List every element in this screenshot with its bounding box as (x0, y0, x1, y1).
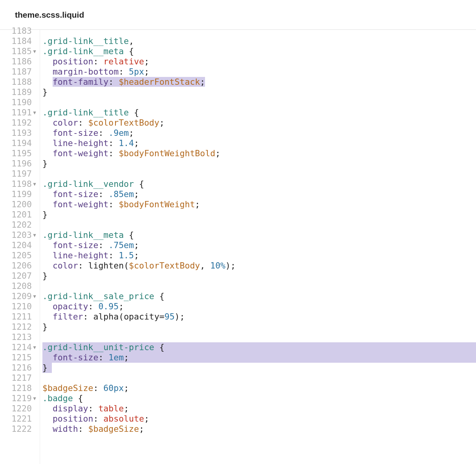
line-number: 1184 (0, 36, 37, 46)
code-token: font-weight (53, 199, 108, 209)
code-token: { (124, 230, 134, 240)
line-number: 1211 (0, 312, 37, 322)
code-line[interactable]: font-weight: $bodyFontWeightBold; (42, 148, 476, 159)
line-number: 1206 (0, 261, 37, 271)
fold-arrow-icon[interactable]: ▼ (32, 393, 37, 404)
code-token: $headerFontStack (119, 77, 200, 87)
code-line[interactable]: .grid-link__title, (42, 36, 476, 46)
code-line[interactable]: opacity: 0.95; (42, 301, 476, 312)
code-token: : (98, 128, 108, 138)
code-line[interactable]: font-size: .85em; (42, 189, 476, 199)
code-token: : (119, 67, 129, 77)
line-number: 1205 (0, 250, 37, 261)
code-line[interactable]: position: relative; (42, 57, 476, 67)
code-line[interactable]: .grid-link__meta { (42, 230, 476, 240)
code-line[interactable] (42, 97, 476, 108)
code-line[interactable] (42, 220, 476, 230)
line-number-gutter: 118311841185▼118611871188118911901191▼11… (0, 30, 40, 464)
code-token: : (88, 301, 99, 311)
code-token: { (134, 179, 144, 189)
code-line[interactable]: } (42, 322, 476, 332)
fold-arrow-icon[interactable]: ▼ (32, 342, 37, 353)
code-line[interactable]: filter: alpha(opacity=95); (42, 312, 476, 322)
code-token: opacity (124, 312, 159, 322)
fold-arrow-icon[interactable]: ▼ (32, 108, 37, 118)
line-number: 1195 (0, 148, 37, 159)
code-line[interactable]: } (42, 159, 476, 169)
code-line[interactable]: } (42, 363, 476, 373)
fold-arrow-icon[interactable]: ▼ (32, 230, 37, 240)
code-token (42, 77, 53, 87)
code-line[interactable]: .grid-link__meta { (42, 46, 476, 57)
line-number: 1190 (0, 97, 37, 108)
code-line[interactable]: font-size: .9em; (42, 128, 476, 138)
code-line[interactable]: } (42, 87, 476, 97)
file-tab[interactable]: theme.scss.liquid (0, 0, 99, 29)
code-token: } (42, 87, 48, 97)
code-line[interactable]: color: lighten($colorTextBody, 10%); (42, 261, 476, 271)
code-line[interactable]: display: table; (42, 404, 476, 414)
code-line[interactable] (42, 26, 476, 36)
code-token: line-height (53, 250, 108, 260)
code-token: } (42, 322, 48, 332)
code-token: .grid-link__title (42, 36, 129, 46)
code-line[interactable]: .grid-link__sale_price { (42, 291, 476, 301)
code-token: : (98, 240, 108, 250)
line-number: 1210 (0, 301, 37, 312)
code-line[interactable] (42, 169, 476, 179)
code-line[interactable]: position: absolute; (42, 414, 476, 424)
line-number: 1194 (0, 138, 37, 148)
code-line[interactable]: font-size: .75em; (42, 240, 476, 250)
code-token: $colorTextBody (129, 261, 200, 270)
code-line[interactable] (42, 373, 476, 383)
code-token: } (42, 271, 48, 281)
code-line[interactable]: line-height: 1.4; (42, 138, 476, 148)
code-line[interactable]: color: $colorTextBody; (42, 118, 476, 128)
code-token: : (78, 424, 88, 434)
code-token: : (93, 414, 103, 424)
code-line[interactable]: .grid-link__unit-price { (42, 342, 476, 353)
line-number: 1218 (0, 383, 37, 393)
fold-arrow-icon[interactable]: ▼ (32, 46, 37, 57)
code-line[interactable]: font-size: 1em; (42, 353, 476, 363)
code-token: font-weight (53, 148, 108, 158)
code-line[interactable]: $badgeSize: 60px; (42, 383, 476, 393)
code-line[interactable]: } (42, 210, 476, 220)
code-token: : (108, 250, 119, 260)
code-line[interactable]: } (42, 271, 476, 281)
code-line[interactable]: width: $badgeSize; (42, 424, 476, 434)
code-line[interactable]: line-height: 1.5; (42, 250, 476, 261)
code-token (42, 67, 53, 77)
code-token: = (159, 312, 165, 322)
line-number: 1183 (0, 26, 37, 36)
code-token: $badgeSize (42, 383, 93, 393)
code-line[interactable]: .grid-link__title { (42, 108, 476, 118)
line-number: 1187 (0, 67, 37, 77)
code-line[interactable]: font-weight: $bodyFontWeight; (42, 199, 476, 210)
fold-arrow-icon[interactable]: ▼ (32, 179, 37, 189)
code-token (42, 148, 53, 158)
line-number: 1197 (0, 169, 37, 179)
fold-arrow-icon[interactable]: ▼ (32, 291, 37, 301)
code-line[interactable]: .grid-link__vendor { (42, 179, 476, 189)
code-token: : (93, 57, 103, 66)
code-area[interactable]: .grid-link__title,.grid-link__meta { pos… (40, 30, 476, 464)
code-line[interactable]: .badge { (42, 393, 476, 404)
code-token: ; (124, 404, 129, 413)
code-editor[interactable]: 118311841185▼118611871188118911901191▼11… (0, 30, 476, 464)
line-number: 1200 (0, 199, 37, 210)
code-token: 1em (108, 353, 124, 362)
code-token: .grid-link__unit-price (42, 342, 154, 352)
line-number: 1222 (0, 424, 37, 434)
code-token: .75em (108, 240, 134, 250)
code-line[interactable] (42, 332, 476, 342)
code-token: ; (159, 118, 165, 128)
code-token (42, 353, 53, 362)
line-number: 1220 (0, 404, 37, 414)
code-token: , (200, 261, 210, 270)
code-line[interactable]: margin-bottom: 5px; (42, 67, 476, 77)
code-line[interactable] (42, 281, 476, 291)
code-line[interactable]: font-family: $headerFontStack; (42, 77, 476, 87)
code-token: ; (144, 57, 149, 66)
code-token: ; (139, 424, 144, 434)
